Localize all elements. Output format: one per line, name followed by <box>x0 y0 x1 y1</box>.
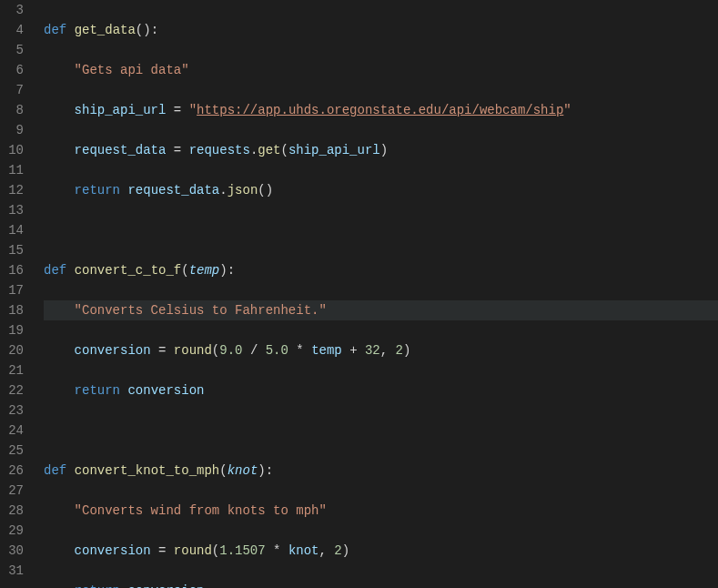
url-string: https://app.uhds.oregonstate.edu/api/web… <box>197 103 563 117</box>
line-number: 9 <box>0 120 24 140</box>
line-number: 5 <box>0 40 24 60</box>
line-number: 13 <box>0 200 24 220</box>
variable: ship_api_url <box>75 103 167 117</box>
line-number: 31 <box>0 561 24 581</box>
code-line[interactable]: "Gets api data" <box>44 60 718 80</box>
line-number: 21 <box>0 360 24 380</box>
code-line[interactable]: return conversion <box>44 581 718 588</box>
param: temp <box>189 263 220 278</box>
line-number: 22 <box>0 380 24 400</box>
line-number: 25 <box>0 441 24 461</box>
line-number: 12 <box>0 180 24 200</box>
code-line[interactable]: conversion = round(1.1507 * knot, 2) <box>44 541 718 561</box>
line-number: 11 <box>0 160 24 180</box>
line-number: 29 <box>0 521 24 541</box>
code-line[interactable]: def get_data(): <box>44 20 718 40</box>
func-name: convert_c_to_f <box>75 263 182 278</box>
param: knot <box>228 463 258 478</box>
line-number: 26 <box>0 461 24 481</box>
docstring: "Converts wind from knots to mph" <box>75 503 327 518</box>
line-number: 10 <box>0 140 24 160</box>
keyword-def: def <box>44 23 66 37</box>
code-line[interactable]: def convert_c_to_f(temp): <box>44 260 718 280</box>
line-number: 30 <box>0 541 24 561</box>
code-line[interactable] <box>44 220 718 240</box>
line-number: 18 <box>0 300 24 320</box>
code-area[interactable]: def get_data(): "Gets api data" ship_api… <box>40 0 718 588</box>
line-number: 19 <box>0 320 24 340</box>
code-line[interactable]: return request_data.json() <box>44 180 718 200</box>
docstring: "Converts Celsius to Fahrenheit." <box>75 303 327 318</box>
line-number: 24 <box>0 421 24 441</box>
func-name: convert_knot_to_mph <box>75 463 220 478</box>
line-number: 6 <box>0 60 24 80</box>
code-line[interactable]: return conversion <box>44 380 718 400</box>
line-number: 23 <box>0 400 24 421</box>
code-line-active[interactable]: "Converts Celsius to Fahrenheit." <box>44 300 718 320</box>
line-number: 17 <box>0 280 24 300</box>
line-number: 3 <box>0 0 24 20</box>
code-line[interactable] <box>44 421 718 441</box>
line-number: 15 <box>0 240 24 260</box>
line-number: 28 <box>0 501 24 521</box>
line-number: 14 <box>0 220 24 240</box>
line-number: 7 <box>0 80 24 100</box>
code-line[interactable]: ship_api_url = "https://app.uhds.oregons… <box>44 100 718 120</box>
line-number: 4 <box>0 20 24 40</box>
code-editor[interactable]: 3 4 5 6 7 8 9 10 11 12 13 14 15 16 17 18… <box>0 0 718 588</box>
docstring: "Gets api data" <box>75 63 189 77</box>
func-name: get_data <box>75 23 136 37</box>
line-number: 8 <box>0 100 24 120</box>
code-line[interactable]: "Converts wind from knots to mph" <box>44 501 718 521</box>
line-number: 27 <box>0 481 24 501</box>
code-line[interactable]: request_data = requests.get(ship_api_url… <box>44 140 718 160</box>
line-number-gutter: 3 4 5 6 7 8 9 10 11 12 13 14 15 16 17 18… <box>0 0 40 588</box>
line-number: 16 <box>0 260 24 280</box>
line-number: 20 <box>0 340 24 360</box>
code-line[interactable]: def convert_knot_to_mph(knot): <box>44 461 718 481</box>
code-line[interactable]: conversion = round(9.0 / 5.0 * temp + 32… <box>44 340 718 360</box>
